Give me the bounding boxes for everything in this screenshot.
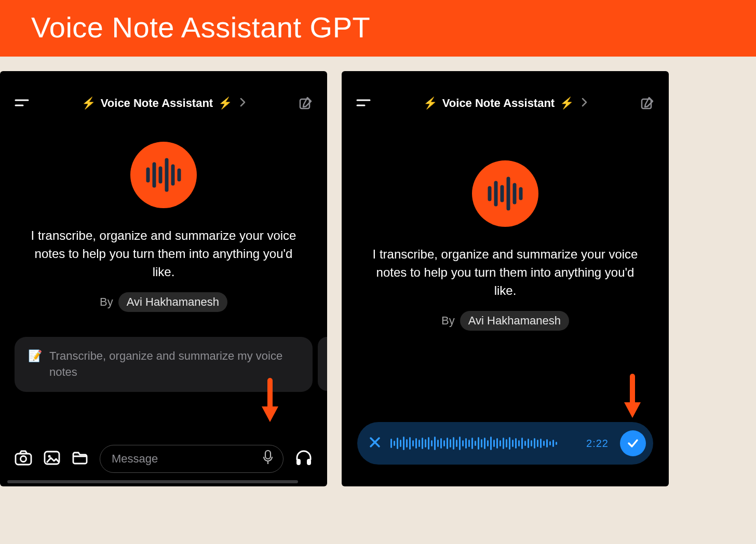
svg-point-10 [21,456,26,462]
menu-icon[interactable] [356,98,372,109]
message-input[interactable]: Message [100,445,284,473]
bolt-icon: ⚡ [82,97,96,110]
gpt-byline: By Avi Hakhamanesh [441,311,569,331]
gpt-logo [130,142,197,208]
suggestion-card-peek[interactable] [318,337,327,391]
gpt-byline: By Avi Hakhamanesh [100,292,227,312]
camera-icon[interactable] [15,450,32,468]
annotation-arrow [621,373,644,420]
cancel-recording-button[interactable] [368,435,382,452]
by-label: By [441,314,455,328]
chevron-right-icon [239,97,247,110]
svg-rect-17 [307,459,311,465]
hero-section: I transcribe, organize and summarize you… [0,111,327,312]
waveform-icon [144,158,183,192]
message-placeholder: Message [112,452,158,466]
waveform-icon [485,176,525,211]
mic-icon[interactable] [262,450,274,468]
confirm-recording-button[interactable] [620,430,646,456]
svg-point-12 [48,455,51,458]
svg-marker-32 [624,402,641,418]
gpt-description: I transcribe, organize and summarize you… [365,246,645,300]
bolt-icon: ⚡ [560,97,574,110]
svg-rect-16 [296,459,301,465]
headphones-icon[interactable] [295,450,313,468]
suggestion-text: Transcribe, organize and summarize my vo… [49,348,299,380]
hero-section: I transcribe, organize and summarize you… [342,111,669,331]
author-link[interactable]: Avi Hakhamanesh [118,292,227,312]
svg-marker-19 [262,406,278,422]
gpt-title-button[interactable]: ⚡ Voice Note Assistant ⚡ [82,97,247,110]
menu-icon[interactable] [15,98,30,109]
suggestion-card[interactable]: 📝 Transcribe, organize and summarize my … [15,337,313,392]
page-banner: Voice Note Assistant GPT [0,0,756,57]
recording-waveform [390,433,578,454]
compose-icon[interactable] [640,96,654,111]
author-link[interactable]: Avi Hakhamanesh [460,311,569,331]
bolt-icon: ⚡ [218,97,232,110]
svg-rect-14 [265,451,271,459]
gpt-logo [472,160,538,227]
screenshot-left: ⚡ Voice Note Assistant ⚡ [0,71,327,486]
memo-icon: 📝 [28,348,42,364]
gpt-title-button[interactable]: ⚡ Voice Note Assistant ⚡ [423,97,588,110]
bolt-icon: ⚡ [423,97,437,110]
chevron-right-icon [581,97,588,110]
image-icon[interactable] [44,450,60,468]
input-bar: Message [0,445,327,473]
screenshot-right: ⚡ Voice Note Assistant ⚡ [342,71,669,486]
recording-time: 2:22 [586,438,609,450]
top-bar: ⚡ Voice Note Assistant ⚡ [342,71,669,111]
gpt-description: I transcribe, organize and summarize you… [23,227,304,281]
banner-title: Voice Note Assistant GPT [31,11,370,44]
home-indicator [7,480,298,483]
folder-icon[interactable] [72,451,88,467]
by-label: By [100,295,113,309]
gpt-title-text: Voice Note Assistant [101,97,213,110]
recording-bar: 2:22 [357,422,653,465]
gpt-title-text: Voice Note Assistant [442,97,555,110]
top-bar: ⚡ Voice Note Assistant ⚡ [0,71,327,111]
compose-icon[interactable] [298,96,313,111]
